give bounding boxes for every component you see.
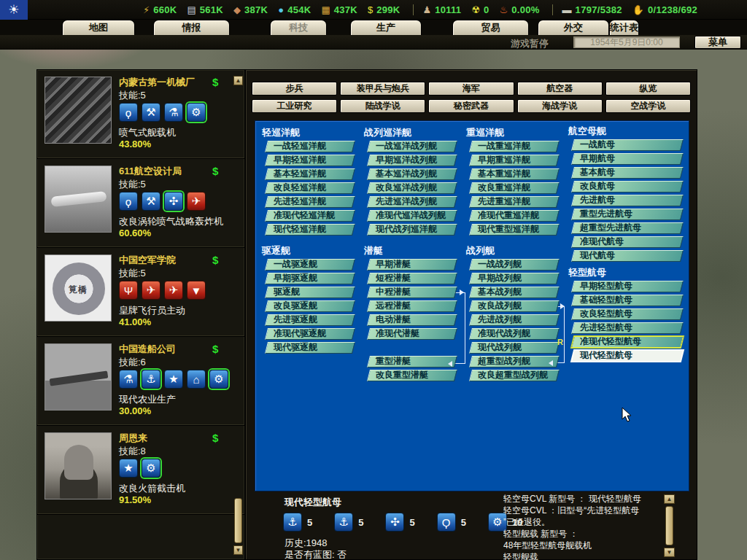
tech-item[interactable]: 早期潜艇	[367, 259, 457, 271]
tech-team-card[interactable]: 周恩来 技能:8 ★⚙ 改良火箭截击机 91.50% $	[37, 426, 244, 515]
tech-item[interactable]: 现代驱逐舰	[265, 342, 355, 354]
tech-item[interactable]: 准现代轻型航母	[571, 336, 684, 348]
tech-item[interactable]: 现代战列舰	[469, 342, 560, 354]
tech-team-card[interactable]: 中国造船公司 技能:6 ⚗⚓★⌂⚙ 现代农业生产 30.00% $	[37, 337, 244, 426]
tech-item[interactable]: 早期战列舰	[469, 273, 560, 284]
main-tab[interactable]: 贸易	[452, 20, 529, 35]
tech-item[interactable]: 先进战列舰	[469, 314, 560, 326]
tech-item[interactable]: 现代航母	[571, 250, 684, 262]
tech-item[interactable]: 先进重巡洋舰	[469, 196, 560, 208]
tech-category-tab[interactable]: 海军	[428, 82, 514, 96]
tech-category-tab[interactable]: 航空器	[517, 82, 603, 96]
main-tab[interactable]: 地图	[62, 20, 135, 35]
tech-group-title: 轻型航母	[568, 267, 684, 279]
tech-item[interactable]: 基本巡洋战列舰	[367, 168, 457, 180]
tech-item[interactable]: 早期驱逐舰	[265, 273, 355, 284]
tech-item[interactable]: 中程潜艇	[367, 287, 457, 298]
scrollbar-thumb[interactable]	[665, 506, 673, 545]
tech-category-tab[interactable]: 纵览	[605, 82, 691, 96]
tech-category-tab[interactable]: 海战学说	[517, 99, 603, 113]
tech-item[interactable]: 现代战列巡洋舰	[367, 224, 457, 236]
funding-indicator[interactable]: $	[212, 432, 218, 444]
tech-item[interactable]: 短程潜艇	[367, 273, 457, 284]
tech-category-tab[interactable]: 步兵	[252, 82, 337, 96]
scroll-up-icon[interactable]	[233, 76, 243, 85]
tech-category-tab[interactable]: 装甲兵与炮兵	[340, 82, 425, 96]
current-research: 现代农业生产	[119, 393, 176, 406]
main-tab[interactable]: 外交	[538, 20, 609, 35]
tech-item[interactable]: 现代轻型航母	[571, 350, 684, 362]
tech-item[interactable]: 早期轻型航母	[571, 281, 684, 292]
tech-item[interactable]: 准现代战列舰	[469, 328, 560, 340]
tech-item[interactable]: 现代轻巡洋舰	[265, 224, 355, 236]
tech-item[interactable]: 准现代潜艇	[367, 328, 457, 340]
tech-item[interactable]: 基本战列舰	[469, 287, 560, 298]
funding-indicator[interactable]: $	[212, 343, 218, 355]
tech-item[interactable]: 准现代巡洋战列舰	[367, 210, 457, 222]
tech-item[interactable]: 先进驱逐舰	[265, 314, 355, 326]
tech-item[interactable]: 一战重巡洋舰	[469, 141, 560, 152]
tech-item[interactable]: 早期巡洋战列舰	[367, 155, 457, 166]
tech-item[interactable]: 一战驱逐舰	[265, 259, 355, 271]
tech-item[interactable]: 先进轻巡洋舰	[265, 196, 355, 208]
tech-item[interactable]: 改良重巡洋舰	[469, 182, 560, 194]
tech-item[interactable]: 改良战列舰	[469, 300, 560, 312]
funding-indicator[interactable]: $	[212, 76, 218, 88]
tech-item[interactable]: 早期重巡洋舰	[469, 155, 560, 166]
tech-item[interactable]: 改良航母	[571, 181, 684, 192]
tech-item[interactable]: 早期航母	[571, 153, 684, 165]
team-skill: 技能:8	[119, 445, 146, 458]
tech-item[interactable]: 改良轻巡洋舰	[265, 182, 355, 194]
tech-item[interactable]: 改良超重型战列舰	[469, 370, 560, 381]
tech-item[interactable]: 超重型战列舰	[469, 356, 560, 368]
tech-item[interactable]: 现代重型巡洋舰	[469, 224, 560, 236]
tech-item[interactable]: 重型先进航母	[571, 209, 684, 220]
scroll-down-icon[interactable]	[233, 545, 243, 555]
tech-item[interactable]: 先进轻型航母	[571, 322, 684, 334]
tech-item[interactable]: 准现代轻巡洋舰	[265, 210, 355, 222]
menu-button[interactable]: 菜单	[694, 36, 741, 49]
scrollbar-thumb[interactable]	[234, 498, 242, 543]
scroll-up-icon[interactable]	[664, 494, 675, 504]
tech-item[interactable]: 一战轻巡洋舰	[265, 141, 355, 152]
main-tab[interactable]: 科技	[270, 20, 327, 35]
tech-item[interactable]: 早期轻巡洋舰	[265, 155, 355, 166]
tech-item[interactable]: 先进巡洋战列舰	[367, 196, 457, 208]
tech-item[interactable]: 驱逐舰	[265, 287, 355, 298]
tech-item[interactable]: 基本重巡洋舰	[469, 168, 560, 180]
tech-category-tab[interactable]: 工业研究	[252, 99, 337, 113]
main-tab[interactable]: 统计表	[609, 20, 639, 35]
tech-item[interactable]: 一战战列舰	[469, 259, 560, 271]
funding-indicator[interactable]: $	[212, 254, 218, 266]
funding-indicator[interactable]: $	[212, 165, 218, 177]
tech-item[interactable]: 准现代航母	[571, 236, 684, 248]
tech-team-card[interactable]: 内蒙古第一机械厂 技能:5 ϙ⚒⚗⚙ 喷气式舰载机 43.80% $	[37, 70, 244, 159]
sea-defense-icon: ⚓	[334, 513, 353, 532]
scroll-down-icon[interactable]	[664, 548, 675, 557]
tech-team-card[interactable]: 611航空设计局 技能:5 ϙ⚒✣✈ 改良涡轮喷气战略轰炸机 60.60% $	[37, 159, 244, 248]
tech-item[interactable]: 改良巡洋战列舰	[367, 182, 457, 194]
tech-item[interactable]: 先进航母	[571, 195, 684, 206]
tech-item[interactable]: 一战航母	[571, 139, 684, 151]
tech-item[interactable]: 基本轻巡洋舰	[265, 168, 355, 180]
tech-group: 潜艇 早期潜艇 短程潜艇 中程潜艇 远程潜艇 电动潜艇	[363, 245, 480, 384]
tech-team-card[interactable]: 筧橋 中国空军学院 技能:5 Ψ✈✈▼ 皇牌飞行员主动 41.00% $	[37, 248, 244, 337]
tech-item[interactable]: 远程潜艇	[367, 300, 457, 312]
tech-item[interactable]: 基础轻型航母	[571, 295, 684, 306]
tech-item[interactable]: 改良轻型航母	[571, 308, 684, 320]
tech-item[interactable]: 准现代驱逐舰	[265, 328, 355, 340]
tech-item[interactable]: 基本航母	[571, 167, 684, 179]
main-tab[interactable]: 生产	[350, 20, 422, 35]
tech-category-tab[interactable]: 陆战学说	[340, 99, 425, 113]
tech-item[interactable]: 超重型先进航母	[571, 222, 684, 234]
tech-item-label: 早期重巡洋舰	[471, 155, 557, 165]
tech-item[interactable]: 准现代重巡洋舰	[469, 210, 560, 222]
tech-item[interactable]: 电动潜艇	[367, 314, 457, 326]
tech-item[interactable]: 改良重型潜艇	[367, 370, 457, 381]
tech-item[interactable]: 重型潜艇	[367, 356, 457, 368]
tech-category-tab[interactable]: 秘密武器	[428, 99, 514, 113]
tech-category-tab[interactable]: 空战学说	[605, 99, 691, 113]
tech-item[interactable]: 一战巡洋战列舰	[367, 141, 457, 152]
tech-item[interactable]: 改良驱逐舰	[265, 300, 355, 312]
main-tab[interactable]: 情报	[153, 20, 230, 35]
